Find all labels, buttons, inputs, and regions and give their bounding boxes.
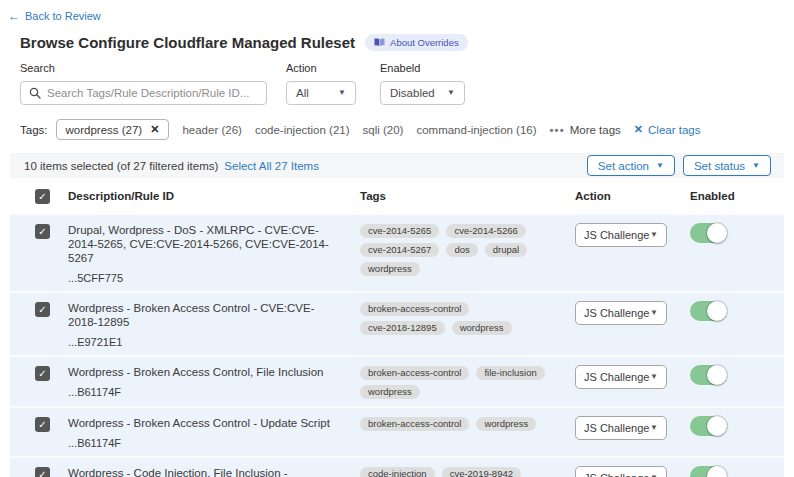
rule-description: Drupal, Wordpress - DoS - XMLRPC - CVE:C…	[68, 223, 360, 265]
back-link-label: Back to Review	[25, 10, 101, 22]
page-title: Browse Configure Cloudflare Managed Rule…	[20, 34, 355, 51]
action-filter-select[interactable]: All ▼	[286, 81, 356, 105]
row-checkbox[interactable]: ✓	[35, 224, 50, 239]
row-checkbox[interactable]: ✓	[35, 366, 50, 381]
back-to-review-link[interactable]: ← Back to Review	[0, 0, 101, 23]
tag-pill: broken-access-control	[360, 417, 469, 431]
chevron-down-icon: ▼	[650, 373, 658, 381]
remove-tag-icon[interactable]: ✕	[150, 123, 159, 136]
rule-action-dropdown[interactable]: JS Challenge ▼	[575, 365, 667, 389]
column-header-action: Action	[575, 190, 690, 202]
tags-filter-bar: Tags: wordpress (27) ✕ header (26) code-…	[20, 119, 794, 140]
check-icon: ✓	[38, 470, 46, 477]
check-icon: ✓	[38, 227, 46, 237]
toggle-knob	[707, 466, 727, 477]
rule-description: Wordpress - Code Injection, File Inclusi…	[68, 466, 360, 477]
chevron-down-icon: ▼	[650, 309, 658, 317]
about-overrides-badge[interactable]: About Overrides	[365, 34, 468, 51]
selection-summary: 10 items selected (of 27 filtered items)	[24, 160, 218, 172]
table-header-row: ✓ Description/Rule ID Tags Action Enable…	[10, 180, 784, 215]
rule-description: Wordpress - Broken Access Control - CVE:…	[68, 301, 360, 329]
search-input[interactable]	[47, 87, 258, 99]
enabled-filter-select[interactable]: Disabled ▼	[380, 81, 465, 105]
search-filter-group: Search	[20, 62, 267, 105]
tag-pill: cve-2019-8942	[442, 467, 521, 477]
tag-option[interactable]: code-injection (21)	[255, 124, 350, 136]
row-checkbox[interactable]: ✓	[35, 302, 50, 317]
set-action-label: Set action	[598, 160, 649, 172]
set-action-button[interactable]: Set action ▼	[587, 155, 675, 176]
close-icon: ✕	[634, 123, 643, 136]
table-row: ✓ Drupal, Wordpress - DoS - XMLRPC - CVE…	[10, 215, 784, 293]
action-filter-label: Action	[286, 62, 356, 74]
chevron-down-icon: ▼	[752, 162, 760, 170]
rule-action-dropdown[interactable]: JS Challenge ▼	[575, 223, 667, 247]
action-filter-value: All	[296, 87, 309, 99]
rule-action-dropdown[interactable]: JS Challenge ▼	[575, 416, 667, 440]
selected-tag-chip[interactable]: wordpress (27) ✕	[56, 119, 170, 140]
check-icon: ✓	[38, 192, 46, 202]
rule-description: Wordpress - Broken Access Control - Upda…	[68, 416, 360, 430]
select-all-checkbox[interactable]: ✓	[35, 189, 50, 204]
tag-pill: cve-2014-5267	[360, 243, 439, 257]
ellipsis-icon: •••	[550, 124, 565, 136]
select-all-link[interactable]: Select All 27 Items	[224, 160, 319, 172]
rule-action-dropdown[interactable]: JS Challenge ▼	[575, 466, 667, 477]
book-icon	[374, 38, 385, 47]
more-tags-label: More tags	[570, 124, 621, 136]
rule-enabled-toggle[interactable]	[690, 466, 727, 477]
row-checkbox[interactable]: ✓	[35, 467, 50, 477]
tag-option[interactable]: command-injection (16)	[416, 124, 536, 136]
rule-action-value: JS Challenge	[584, 307, 649, 319]
more-tags-button[interactable]: ••• More tags	[550, 124, 621, 136]
table-row: ✓ Wordpress - Broken Access Control - CV…	[10, 293, 784, 357]
rules-table: ✓ Description/Rule ID Tags Action Enable…	[10, 180, 784, 477]
rule-enabled-toggle[interactable]	[690, 301, 727, 321]
rule-action-value: JS Challenge	[584, 229, 649, 241]
set-status-button[interactable]: Set status ▼	[683, 155, 771, 176]
tag-pill: wordpress	[452, 321, 512, 335]
chevron-down-icon: ▼	[656, 162, 664, 170]
enabled-filter-group: Enabeld Disabled ▼	[380, 62, 465, 105]
rule-enabled-toggle[interactable]	[690, 365, 727, 385]
toggle-knob	[707, 223, 727, 243]
table-row: ✓ Wordpress - Broken Access Control, Fil…	[10, 357, 784, 408]
back-arrow-icon: ←	[8, 9, 20, 23]
search-label: Search	[20, 62, 267, 74]
tag-pill: dos	[446, 243, 477, 257]
tags-label: Tags:	[20, 124, 48, 136]
rule-action-value: JS Challenge	[584, 371, 649, 383]
rule-id: ...B61174F	[68, 437, 360, 449]
chevron-down-icon: ▼	[650, 424, 658, 432]
rule-tags: cve-2014-5265cve-2014-5266cve-2014-5267d…	[360, 223, 575, 284]
tag-pill: wordpress	[360, 385, 420, 399]
tag-pill: cve-2014-5266	[446, 224, 525, 238]
tag-pill: code-injection	[360, 467, 435, 477]
clear-tags-label: Clear tags	[648, 124, 700, 136]
rule-id: ...E9721E1	[68, 336, 360, 348]
toggle-knob	[707, 416, 727, 436]
clear-tags-button[interactable]: ✕ Clear tags	[634, 123, 701, 136]
rule-description: Wordpress - Broken Access Control, File …	[68, 365, 360, 379]
tag-option[interactable]: sqli (20)	[363, 124, 404, 136]
table-row: ✓ Wordpress - Broken Access Control - Up…	[10, 408, 784, 458]
enabled-filter-value: Disabled	[390, 87, 435, 99]
rule-enabled-toggle[interactable]	[690, 223, 727, 243]
rule-tags: broken-access-controlcve-2018-12895wordp…	[360, 301, 575, 348]
tag-option[interactable]: header (26)	[182, 124, 241, 136]
check-icon: ✓	[38, 369, 46, 379]
rule-action-value: JS Challenge	[584, 472, 649, 477]
column-header-enabled: Enabled	[690, 190, 784, 202]
rule-enabled-toggle[interactable]	[690, 416, 727, 436]
set-status-label: Set status	[694, 160, 745, 172]
about-overrides-label: About Overrides	[390, 37, 459, 48]
tag-pill: cve-2018-12895	[360, 321, 445, 335]
rule-tags: code-injectioncve-2019-8942cve-2019-8943…	[360, 466, 575, 477]
tag-pill: cve-2014-5265	[360, 224, 439, 238]
rule-id: ...B61174F	[68, 386, 360, 398]
row-checkbox[interactable]: ✓	[35, 417, 50, 432]
check-icon: ✓	[38, 305, 46, 315]
chevron-down-icon: ▼	[650, 231, 658, 239]
tag-pill: broken-access-control	[360, 302, 469, 316]
rule-action-dropdown[interactable]: JS Challenge ▼	[575, 301, 667, 325]
